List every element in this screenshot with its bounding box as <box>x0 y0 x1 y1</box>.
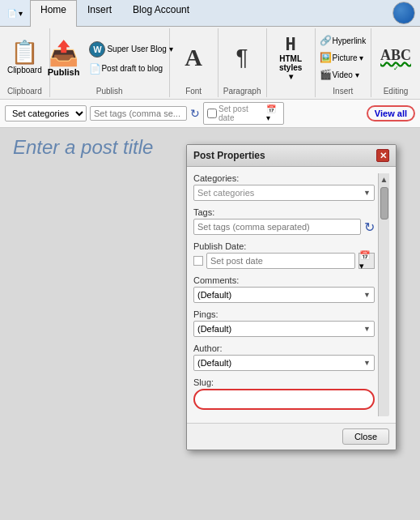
main-area: Enter a post title Post Properties ✕ Cat… <box>0 128 420 520</box>
insert-group-label: Insert <box>333 87 353 97</box>
video-label: Video ▾ <box>332 70 358 79</box>
publish-date-label: Publish Date: <box>193 241 375 251</box>
font-btn[interactable]: A <box>177 43 210 72</box>
tags-input[interactable] <box>90 106 187 121</box>
publish-right-col: W Super User Blog ▾ 📄 Post draft to blog <box>85 39 176 77</box>
pings-dropdown[interactable]: (Default) ▼ <box>193 321 375 337</box>
group-paragraph: ¶ Paragraph <box>218 28 267 97</box>
pings-label: Pings: <box>193 309 375 319</box>
paragraph-group-label: Paragraph <box>223 87 261 97</box>
paragraph-btn[interactable]: ¶ <box>226 44 258 71</box>
picture-btn[interactable]: 🖼️ Picture ▾ <box>316 49 370 66</box>
view-all-btn[interactable]: View all <box>367 105 415 121</box>
publish-btn[interactable]: 📤 Publish <box>42 36 86 79</box>
date-cal-btn[interactable]: 📅▾ <box>358 253 375 269</box>
author-dropdown[interactable]: (Default) ▼ <box>193 355 375 371</box>
author-arrow-icon: ▼ <box>363 359 371 367</box>
post-properties-modal: Post Properties ✕ Categories: Set catego… <box>186 144 397 450</box>
comments-label: Comments: <box>193 275 375 285</box>
slug-label: Slug: <box>193 377 375 387</box>
hyperlink-btn[interactable]: 🔗 Hyperlink <box>316 32 370 49</box>
publish-date-field-group: Publish Date: 📅▾ <box>193 241 375 269</box>
video-btn[interactable]: 🎬 Video ▾ <box>316 66 370 83</box>
modal-header: Post Properties ✕ <box>187 145 396 167</box>
tab-home[interactable]: Home <box>30 0 77 27</box>
comments-arrow-icon: ▼ <box>363 291 371 299</box>
publish-date-input[interactable] <box>206 253 355 269</box>
tags-refresh-icon[interactable]: ↻ <box>364 220 375 235</box>
clipboard-btn[interactable]: 📋 Clipboard <box>2 39 48 77</box>
tags-field[interactable] <box>193 219 361 235</box>
publish-label: Publish <box>48 67 80 77</box>
clipboard-icon: 📋 <box>11 41 39 64</box>
modal-close-btn[interactable]: ✕ <box>376 149 389 162</box>
group-insert: 🔗 Hyperlink 🖼️ Picture ▾ 🎬 Video ▾ Inser… <box>316 28 371 97</box>
editing-btn[interactable]: ABC ✓ <box>375 41 417 75</box>
group-editing: ABC ✓ Editing <box>371 28 420 97</box>
video-icon: 🎬 <box>320 69 332 80</box>
date-input-wrapper: Set post date 📅▾ <box>203 102 284 125</box>
tab-insert[interactable]: Insert <box>77 0 122 26</box>
html-styles-btn[interactable]: H HTMLstyles ▾ <box>274 30 308 85</box>
tags-field-group: Tags: ↻ <box>193 207 375 235</box>
super-user-label: Super User Blog ▾ <box>107 45 172 53</box>
draft-label: Post draft to blog <box>101 64 163 73</box>
tab-quick-access[interactable]: 📄 ▾ <box>0 0 30 26</box>
globe-icon <box>388 0 420 26</box>
categories-field-group: Categories: Set categories ▼ <box>193 173 375 201</box>
author-label: Author: <box>193 343 375 353</box>
wp-icon: W <box>89 41 105 58</box>
insert-col: 🔗 Hyperlink 🖼️ Picture ▾ 🎬 Video ▾ <box>316 32 370 83</box>
comments-value: (Default) <box>197 290 231 300</box>
html-styles-label: HTMLstyles ▾ <box>278 54 304 81</box>
super-user-btn[interactable]: W Super User Blog ▾ <box>85 39 176 60</box>
picture-icon: 🖼️ <box>320 52 332 63</box>
picture-label: Picture ▾ <box>332 53 363 62</box>
pings-arrow-icon: ▼ <box>363 325 371 333</box>
scroll-thumb[interactable] <box>380 187 388 220</box>
tags-input-row: ↻ <box>193 219 375 235</box>
group-publish: 📤 Publish W Super User Blog ▾ 📄 Post dra… <box>50 28 170 97</box>
scroll-up-arrow[interactable]: ▲ <box>380 175 388 184</box>
modal-footer: Close <box>187 423 396 450</box>
date-field-checkbox[interactable] <box>193 256 203 266</box>
html-styles-icon: H <box>286 34 296 54</box>
tags-refresh-icon[interactable]: ↻ <box>190 107 200 120</box>
slug-input[interactable] <box>197 392 371 407</box>
draft-icon: 📄 <box>89 63 101 75</box>
clipboard-label: Clipboard <box>7 66 42 75</box>
modal-close-button[interactable]: Close <box>342 428 389 445</box>
author-value: (Default) <box>197 358 231 368</box>
ribbon: 📄 ▾ Home Insert Blog Account 📋 Clipboard… <box>0 0 420 100</box>
date-checkbox[interactable] <box>207 109 217 118</box>
editing-items: ABC ✓ <box>375 30 417 85</box>
html-items: H HTMLstyles ▾ <box>274 30 308 85</box>
hyperlink-label: Hyperlink <box>332 36 366 45</box>
date-placeholder: Set post date <box>218 104 265 122</box>
pings-value: (Default) <box>197 324 231 334</box>
comments-dropdown[interactable]: (Default) ▼ <box>193 287 375 303</box>
modal-scrollbar[interactable]: ▲ <box>378 173 389 416</box>
publish-icon: 📤 <box>49 39 78 67</box>
date-cal-icon[interactable]: 📅▾ <box>266 104 280 122</box>
font-icon: A <box>185 45 202 70</box>
editing-icon: ABC <box>380 44 411 65</box>
publish-group-label: Publish <box>96 87 123 97</box>
draft-btn[interactable]: 📄 Post draft to blog <box>85 61 176 77</box>
categories-dropdown[interactable]: Set categories ▼ <box>193 185 375 201</box>
modal-body: Categories: Set categories ▼ Tags: ↻ <box>187 167 396 423</box>
slug-field-group: Slug: <box>193 377 375 410</box>
hyperlink-icon: 🔗 <box>320 35 332 46</box>
group-html-styles: H HTMLstyles ▾ <box>267 28 316 97</box>
categories-select[interactable]: Set categories <box>5 105 87 121</box>
tags-label: Tags: <box>193 207 375 217</box>
para-items: ¶ <box>226 30 258 85</box>
editing-group-label: Editing <box>384 87 409 97</box>
insert-items: 🔗 Hyperlink 🖼️ Picture ▾ 🎬 Video ▾ <box>316 30 370 85</box>
pings-field-group: Pings: (Default) ▼ <box>193 309 375 337</box>
categories-value: Set categories <box>197 188 254 198</box>
tab-blog-account[interactable]: Blog Account <box>122 0 200 26</box>
font-group-label: Font <box>185 87 202 97</box>
modal-fields: Categories: Set categories ▼ Tags: ↻ <box>193 173 375 416</box>
comments-field-group: Comments: (Default) ▼ <box>193 275 375 303</box>
